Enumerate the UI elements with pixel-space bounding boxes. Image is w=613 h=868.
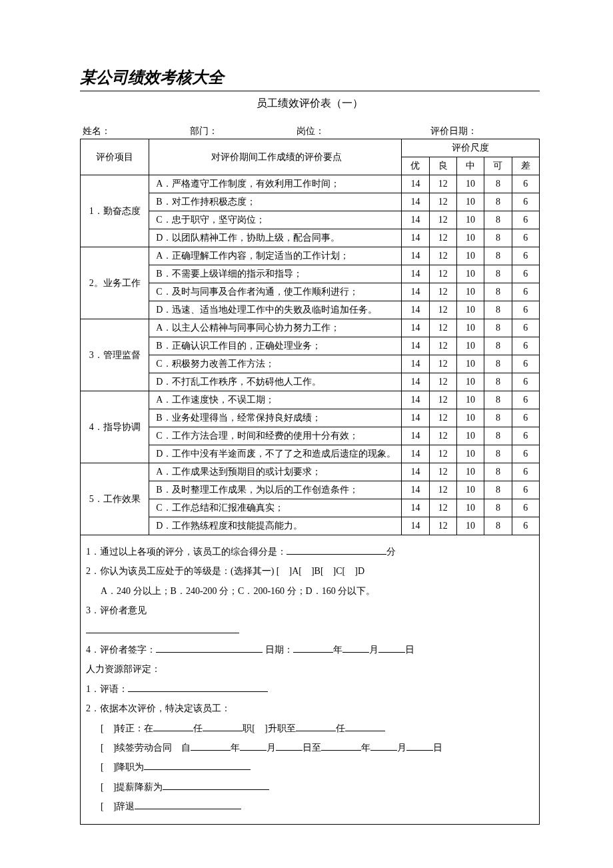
score-cell: 12: [429, 463, 456, 481]
score-cell: 6: [512, 337, 539, 355]
blank-opt1-4: [345, 722, 385, 731]
score-cell: 8: [484, 301, 512, 319]
criteria-cell: A．正确理解工作内容，制定适当的工作计划；: [149, 247, 402, 265]
criteria-cell: B．业务处理得当，经常保持良好成绩；: [149, 409, 402, 427]
score-cell: 10: [456, 337, 484, 355]
evaluation-table: 评价项目 对评价期间工作成绩的评价要点 评价尺度 优 良 中 可 差 1．勤奋态…: [80, 139, 540, 535]
note-line-1: 1．通过以上各项的评分，该员工的综合得分是：分: [86, 542, 534, 561]
score-cell: 8: [484, 229, 512, 247]
score-cell: 10: [456, 463, 484, 481]
score-cell: 12: [429, 337, 456, 355]
blank-opt4: [163, 781, 269, 790]
criteria-cell: C．忠于职守，坚守岗位；: [149, 211, 402, 229]
criteria-cell: C．及时与同事及合作者沟通，使工作顺利进行；: [149, 283, 402, 301]
score-cell: 10: [456, 355, 484, 373]
score-cell: 6: [512, 427, 539, 445]
criteria-cell: D．不打乱工作秩序，不妨碍他人工作。: [149, 373, 402, 391]
score-cell: 14: [402, 301, 429, 319]
criteria-cell: C．积极努力改善工作方法；: [149, 355, 402, 373]
th-criteria: 对评价期间工作成绩的评价要点: [149, 139, 402, 175]
score-cell: 12: [429, 427, 456, 445]
criteria-cell: B．及时整理工作成果，为以后的工作创造条件；: [149, 481, 402, 499]
score-cell: 10: [456, 391, 484, 409]
score-cell: 6: [512, 355, 539, 373]
note4-sign: 4．评价者签字：: [86, 645, 156, 655]
score-cell: 8: [484, 247, 512, 265]
category-cell: 5．工作效果: [81, 463, 149, 535]
score-cell: 8: [484, 445, 512, 463]
score-cell: 12: [429, 481, 456, 499]
th-scale: 评价尺度: [402, 139, 540, 157]
score-cell: 12: [429, 265, 456, 283]
criteria-cell: B．不需要上级详细的指示和指导；: [149, 265, 402, 283]
blank-opt5: [135, 800, 241, 809]
score-cell: 8: [484, 319, 512, 337]
score-cell: 14: [402, 337, 429, 355]
score-cell: 6: [512, 517, 539, 535]
category-cell: 2。业务工作: [81, 247, 149, 319]
hr1-label: 1．评语：: [86, 684, 128, 694]
table-row: D．迅速、适当地处理工作中的失败及临时追加任务。14121086: [81, 301, 540, 319]
opt1c: 职[ ]升职至: [243, 723, 295, 733]
opt4: [ ]提薪降薪为: [101, 782, 163, 792]
score-cell: 10: [456, 247, 484, 265]
opt2b: 年: [231, 743, 240, 753]
score-cell: 14: [402, 229, 429, 247]
score-cell: 10: [456, 175, 484, 193]
score-cell: 14: [402, 319, 429, 337]
score-cell: 12: [429, 229, 456, 247]
score-cell: 12: [429, 175, 456, 193]
table-row: B．及时整理工作成果，为以后的工作创造条件；14121086: [81, 481, 540, 499]
table-row: D．工作熟练程度和技能提高能力。14121086: [81, 517, 540, 535]
score-cell: 14: [402, 409, 429, 427]
score-cell: 8: [484, 427, 512, 445]
score-cell: 12: [429, 391, 456, 409]
opt2e: 年: [361, 743, 370, 753]
score-cell: 6: [512, 265, 539, 283]
th-score-1: 优: [402, 157, 429, 175]
form-subtitle: 员工绩效评价表（一）: [80, 97, 540, 111]
score-cell: 10: [456, 193, 484, 211]
score-cell: 14: [402, 391, 429, 409]
score-cell: 14: [402, 373, 429, 391]
note-line-3-blank: [86, 621, 534, 640]
table-row: 3．管理监督A．以主人公精神与同事同心协力努力工作；14121086: [81, 319, 540, 337]
score-cell: 12: [429, 193, 456, 211]
score-cell: 14: [402, 481, 429, 499]
table-row: 1．勤奋态度A．严格遵守工作制度，有效利用工作时间；14121086: [81, 175, 540, 193]
blank-year: [293, 643, 333, 653]
criteria-cell: A．工作成果达到预期目的或计划要求；: [149, 463, 402, 481]
score-cell: 6: [512, 175, 539, 193]
score-cell: 14: [402, 445, 429, 463]
table-row: B．对工作持积极态度；14121086: [81, 193, 540, 211]
score-cell: 14: [402, 517, 429, 535]
score-cell: 12: [429, 517, 456, 535]
score-cell: 8: [484, 373, 512, 391]
note4-m: 月: [369, 645, 378, 655]
criteria-cell: D．工作中没有半途而废，不了了之和造成后遗症的现象。: [149, 445, 402, 463]
score-cell: 14: [402, 247, 429, 265]
score-cell: 6: [512, 481, 539, 499]
score-cell: 8: [484, 337, 512, 355]
hr-comment: 1．评语：: [86, 679, 534, 699]
blank-signature: [156, 643, 263, 653]
score-cell: 10: [456, 445, 484, 463]
blank-opt2-2: [240, 741, 267, 751]
table-row: C．工作方法合理，时间和经费的使用十分有效；14121086: [81, 427, 540, 445]
note4-y: 年: [333, 645, 342, 655]
table-row: D．不打乱工作秩序，不妨碍他人工作。14121086: [81, 373, 540, 391]
score-cell: 6: [512, 247, 539, 265]
score-cell: 14: [402, 463, 429, 481]
dept-label: 部门：: [190, 125, 297, 137]
score-cell: 6: [512, 409, 539, 427]
score-cell: 12: [429, 355, 456, 373]
table-row: C．及时与同事及合作者沟通，使工作顺利进行；14121086: [81, 283, 540, 301]
score-cell: 12: [429, 409, 456, 427]
blank-opt2-6: [406, 741, 433, 751]
score-cell: 12: [429, 499, 456, 517]
table-row: D．工作中没有半途而废，不了了之和造成后遗症的现象。14121086: [81, 445, 540, 463]
score-cell: 6: [512, 463, 539, 481]
score-cell: 6: [512, 229, 539, 247]
criteria-cell: B．对工作持积极态度；: [149, 193, 402, 211]
score-cell: 10: [456, 499, 484, 517]
